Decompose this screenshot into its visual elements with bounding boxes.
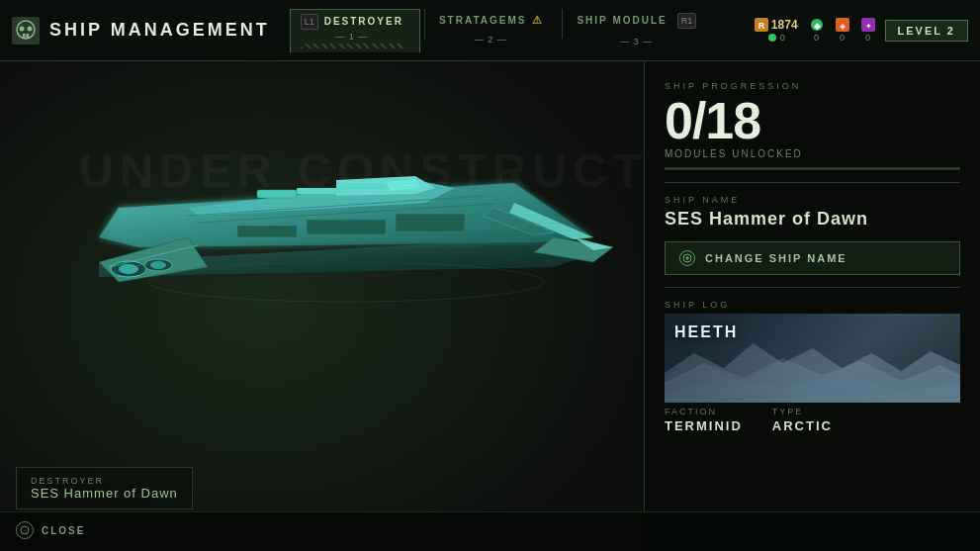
currency-row: R 1874 0 ◆ 0 ◈ 0 bbox=[755, 18, 875, 43]
modules-unlocked-label: MODULES UNLOCKED bbox=[665, 148, 960, 159]
svg-point-28 bbox=[20, 26, 25, 31]
currency-purple: ✦ 0 bbox=[861, 18, 875, 43]
header: SHIP MANAGEMENT L1 DESTROYER — 1 — STRAT… bbox=[0, 0, 980, 61]
progression-value: 0/18 bbox=[665, 95, 960, 146]
ship-log-card[interactable]: HEETH bbox=[665, 314, 960, 403]
svg-text:✦: ✦ bbox=[864, 22, 871, 31]
secondary-currency-icon bbox=[767, 33, 777, 43]
divider-2 bbox=[665, 287, 960, 288]
svg-point-8 bbox=[119, 264, 138, 274]
ship-name-label: SHIP NAME bbox=[665, 195, 960, 205]
ship-name-section: SHIP NAME SES Hammer of Dawn bbox=[665, 195, 960, 230]
svg-rect-30 bbox=[23, 34, 26, 38]
svg-rect-19 bbox=[307, 220, 386, 234]
svg-text:◆: ◆ bbox=[813, 21, 820, 31]
progression-section: SHIP PROGRESSION 0/18 MODULES UNLOCKED bbox=[665, 81, 960, 170]
main-currency-value: 1874 bbox=[771, 18, 798, 32]
right-panel: SHIP PROGRESSION 0/18 MODULES UNLOCKED S… bbox=[644, 61, 980, 551]
tab-key-r1: R1 bbox=[677, 13, 697, 29]
bottom-bar: ○ CLOSE bbox=[0, 511, 980, 551]
svg-rect-14 bbox=[257, 190, 297, 198]
faction-label: FACTION bbox=[665, 407, 743, 416]
svg-rect-15 bbox=[297, 188, 346, 194]
close-button[interactable]: ○ CLOSE bbox=[16, 521, 85, 539]
change-name-icon bbox=[679, 250, 695, 266]
tabs-container: L1 DESTROYER — 1 — STRATAGEMS ⚠ — 2 — SH… bbox=[290, 9, 755, 52]
type-label: TYPE bbox=[772, 407, 833, 416]
progress-bar-container bbox=[665, 167, 960, 170]
svg-point-29 bbox=[28, 26, 33, 31]
ship-type-label: DESTROYER bbox=[31, 476, 178, 486]
type-value: ARCTIC bbox=[772, 418, 833, 433]
change-ship-name-button[interactable]: CHANGE SHIP NAME bbox=[665, 241, 960, 275]
svg-rect-18 bbox=[237, 226, 297, 237]
divider-1 bbox=[665, 182, 960, 183]
close-circle-icon: ○ bbox=[16, 521, 34, 539]
ship-log-section: SHIP LOG HEETH FACTION TERMINID TYPE ARC… bbox=[665, 300, 960, 433]
faction-item: FACTION TERMINID bbox=[665, 407, 743, 433]
tab-destroyer[interactable]: L1 DESTROYER — 1 — bbox=[290, 9, 420, 52]
currency-orange: ◈ 0 bbox=[836, 18, 849, 43]
svg-point-34 bbox=[768, 34, 776, 42]
warning-icon: ⚠ bbox=[532, 14, 542, 27]
faction-value: TERMINID bbox=[665, 418, 743, 433]
tab-ship-module[interactable]: SHIP MODULE R1 — 3 — bbox=[567, 9, 712, 52]
ship-graphic bbox=[40, 109, 633, 386]
faction-row: FACTION TERMINID TYPE ARCTIC bbox=[665, 407, 960, 433]
progression-label: SHIP PROGRESSION bbox=[665, 81, 960, 91]
svg-rect-20 bbox=[396, 214, 465, 231]
ship-log-label: SHIP LOG bbox=[665, 300, 960, 310]
ship-name-bottom: SES Hammer of Dawn bbox=[31, 486, 178, 501]
main-currency: R 1874 0 bbox=[755, 18, 798, 43]
ship-log-name: HEETH bbox=[674, 323, 738, 341]
page-title: SHIP MANAGEMENT bbox=[49, 20, 270, 41]
close-label: CLOSE bbox=[42, 525, 85, 536]
svg-rect-31 bbox=[27, 34, 30, 38]
svg-text:R: R bbox=[758, 21, 765, 31]
type-item: TYPE ARCTIC bbox=[772, 407, 833, 433]
tab-key-1: L1 bbox=[301, 14, 318, 30]
skull-icon bbox=[12, 17, 40, 45]
currency-green: ◆ 0 bbox=[810, 18, 824, 43]
tab-hatch-1 bbox=[301, 44, 403, 48]
change-name-button-label: CHANGE SHIP NAME bbox=[705, 252, 847, 264]
svg-text:○: ○ bbox=[23, 528, 27, 535]
svg-text:◈: ◈ bbox=[840, 22, 846, 31]
level-badge: Level 2 bbox=[885, 20, 968, 42]
ship-name-display: SES Hammer of Dawn bbox=[665, 209, 960, 230]
tab-stratagems[interactable]: STRATAGEMS ⚠ — 2 — bbox=[429, 9, 559, 52]
requisition-icon: R bbox=[755, 18, 768, 32]
ship-info-box: DESTROYER SES Hammer of Dawn bbox=[16, 467, 193, 509]
